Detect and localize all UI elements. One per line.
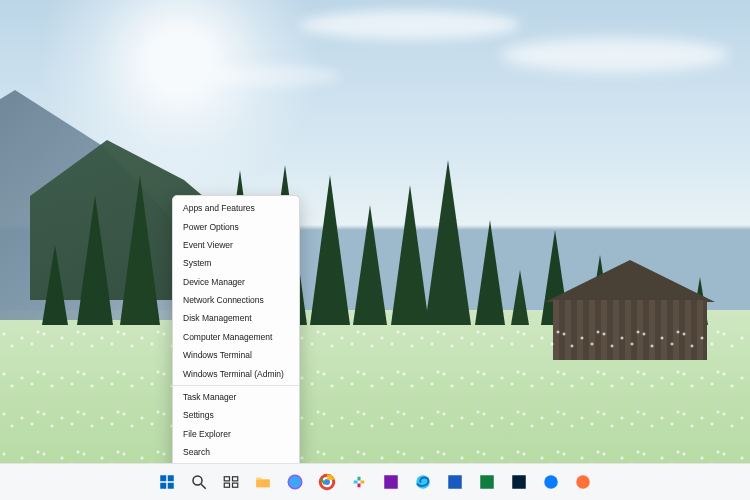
menu-item-label: System <box>183 258 211 268</box>
slack-icon <box>350 473 368 491</box>
menu-item-label: Settings <box>183 410 214 420</box>
search-button[interactable] <box>187 470 211 494</box>
menu-item-label: Power Options <box>183 222 239 232</box>
firefox[interactable] <box>571 470 595 494</box>
cloud-decoration <box>210 65 340 87</box>
photoshop[interactable] <box>507 470 531 494</box>
menu-item-label: Apps and Features <box>183 203 255 213</box>
svg-rect-16 <box>358 477 361 481</box>
svg-rect-1 <box>168 475 174 481</box>
menu-separator <box>173 385 299 386</box>
svg-rect-22 <box>512 475 526 489</box>
firefox-icon <box>574 473 592 491</box>
menu-item-label: Network Connections <box>183 295 264 305</box>
search-button-icon <box>190 473 208 491</box>
menu-item-device-manager[interactable]: Device Manager <box>173 273 299 291</box>
svg-point-4 <box>193 476 202 485</box>
edge[interactable] <box>411 470 435 494</box>
menu-item-windows-terminal[interactable]: Windows Terminal <box>173 346 299 364</box>
menu-item-label: Event Viewer <box>183 240 233 250</box>
menu-item-windows-terminal-admin[interactable]: Windows Terminal (Admin) <box>173 364 299 382</box>
excel[interactable] <box>475 470 499 494</box>
menu-item-power-options[interactable]: Power Options <box>173 217 299 235</box>
svg-rect-5 <box>224 477 229 481</box>
svg-rect-14 <box>354 481 358 484</box>
menu-item-label: Task Manager <box>183 392 236 402</box>
menu-item-event-viewer[interactable]: Event Viewer <box>173 236 299 254</box>
svg-point-23 <box>544 475 558 489</box>
desktop-wallpaper[interactable] <box>0 0 750 500</box>
svg-rect-2 <box>160 483 166 489</box>
menu-item-file-explorer[interactable]: File Explorer <box>173 425 299 443</box>
cortana-icon <box>286 473 304 491</box>
onenote[interactable] <box>379 470 403 494</box>
slack[interactable] <box>347 470 371 494</box>
menu-item-label: File Explorer <box>183 429 231 439</box>
svg-rect-3 <box>168 483 174 489</box>
start-button-icon <box>158 473 176 491</box>
svg-rect-7 <box>224 483 229 487</box>
file-explorer[interactable] <box>251 470 275 494</box>
svg-rect-8 <box>233 483 238 487</box>
menu-item-system[interactable]: System <box>173 254 299 272</box>
svg-rect-20 <box>448 475 462 489</box>
task-view-button-icon <box>222 473 240 491</box>
edge-icon <box>414 473 432 491</box>
cloud-decoration <box>500 38 730 72</box>
winx-context-menu: Apps and FeaturesPower OptionsEvent View… <box>172 195 300 500</box>
taskbar <box>0 463 750 500</box>
chrome-icon <box>318 473 336 491</box>
menu-item-task-manager[interactable]: Task Manager <box>173 388 299 406</box>
svg-rect-0 <box>160 475 166 481</box>
menu-item-label: Windows Terminal (Admin) <box>183 369 284 379</box>
menu-item-apps-and-features[interactable]: Apps and Features <box>173 199 299 217</box>
start-button[interactable] <box>155 470 179 494</box>
menu-item-computer-management[interactable]: Computer Management <box>173 328 299 346</box>
excel-icon <box>478 473 496 491</box>
cortana[interactable] <box>283 470 307 494</box>
menu-item-label: Computer Management <box>183 332 272 342</box>
photoshop-icon <box>510 473 528 491</box>
svg-point-24 <box>576 475 590 489</box>
cloud-decoration <box>300 10 520 40</box>
menu-item-label: Windows Terminal <box>183 350 252 360</box>
svg-rect-18 <box>384 475 398 489</box>
menu-item-label: Disk Management <box>183 313 252 323</box>
svg-rect-6 <box>233 477 238 481</box>
meadow-decoration <box>0 318 750 464</box>
svg-rect-17 <box>358 484 361 488</box>
task-view-button[interactable] <box>219 470 243 494</box>
word-icon <box>446 473 464 491</box>
menu-item-network-connections[interactable]: Network Connections <box>173 291 299 309</box>
menu-item-disk-management[interactable]: Disk Management <box>173 309 299 327</box>
word[interactable] <box>443 470 467 494</box>
file-explorer-icon <box>254 473 272 491</box>
chrome[interactable] <box>315 470 339 494</box>
menu-item-settings[interactable]: Settings <box>173 406 299 424</box>
menu-item-label: Search <box>183 447 210 457</box>
svg-rect-21 <box>480 475 494 489</box>
messenger[interactable] <box>539 470 563 494</box>
svg-rect-15 <box>361 481 365 484</box>
onenote-icon <box>382 473 400 491</box>
menu-item-label: Device Manager <box>183 277 245 287</box>
messenger-icon <box>542 473 560 491</box>
menu-item-search[interactable]: Search <box>173 443 299 461</box>
